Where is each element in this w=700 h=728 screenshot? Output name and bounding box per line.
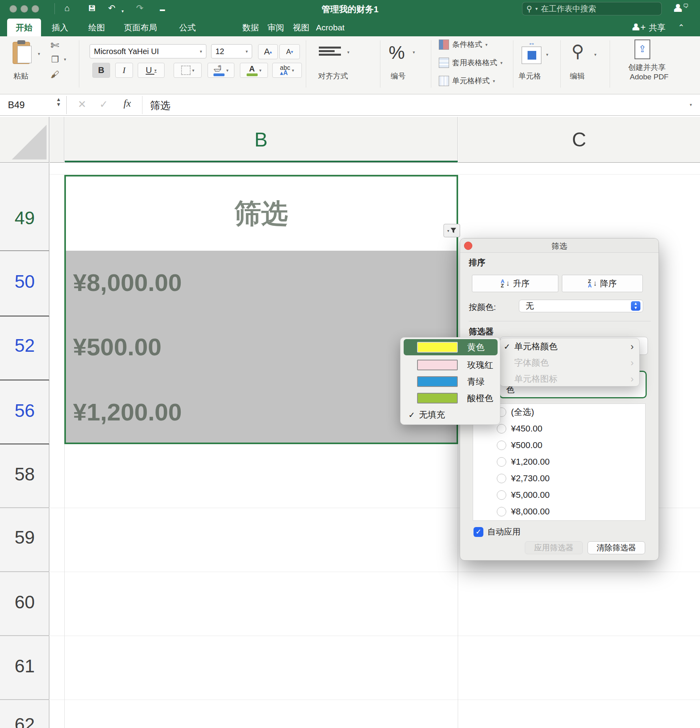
row-header-58[interactable]: 58 <box>0 463 49 485</box>
edit-dropdown-icon[interactable]: ▾ <box>594 52 597 57</box>
grow-font-button[interactable]: A▴ <box>258 44 278 59</box>
submenu-item-cell-icon[interactable]: 单元格图标 › <box>500 371 639 387</box>
tab-formulas[interactable]: 公式 <box>175 19 200 36</box>
row-header-49[interactable]: 49 <box>0 207 49 229</box>
create-pdf-icon[interactable]: ⇪ <box>634 39 650 59</box>
format-painter-icon[interactable]: 🖌︎ <box>51 69 59 80</box>
clear-filter-button[interactable]: 清除筛选器 <box>588 541 645 554</box>
checkbox-500[interactable] <box>497 441 506 450</box>
conditional-formatting-button[interactable]: 条件格式▾ <box>439 39 488 50</box>
row-header-59[interactable]: 59 <box>0 527 49 548</box>
borders-button[interactable]: ▾ <box>174 63 202 78</box>
collapse-ribbon-icon[interactable]: ⌃ <box>678 23 685 32</box>
copy-dropdown-icon[interactable]: ▾ <box>64 57 66 62</box>
account-icon[interactable]: 👤︎🗨︎ <box>673 2 689 15</box>
alignment-dropdown-icon[interactable]: ▾ <box>347 50 350 55</box>
alignment-label[interactable]: 对齐方式 <box>318 71 348 81</box>
cell-b56[interactable]: ¥1,200.00 <box>73 398 182 426</box>
bold-button[interactable]: B <box>92 63 110 78</box>
column-header-a[interactable] <box>50 117 64 163</box>
checkbox-8000[interactable] <box>497 507 506 516</box>
submenu-item-font-color[interactable]: 字体颜色 › <box>500 355 639 371</box>
italic-button[interactable]: I <box>115 63 133 78</box>
formula-bar-expand-icon[interactable]: ▾ <box>690 102 692 107</box>
font-size-select[interactable]: 12▾ <box>211 44 252 58</box>
strikethrough-format-button[interactable]: abc▴︎A ▾ <box>272 63 302 78</box>
name-box[interactable]: B49 <box>8 99 25 111</box>
checkbox-450[interactable] <box>497 424 506 433</box>
tab-data[interactable]: 数据 <box>238 19 263 36</box>
filter-value-row[interactable]: ¥2,730.00 <box>473 470 645 487</box>
font-color-button[interactable]: A ▾ <box>240 63 268 78</box>
checkbox-1200[interactable] <box>497 457 506 467</box>
tab-home[interactable]: 开始 <box>7 19 41 36</box>
cell-b49[interactable]: 筛选 <box>66 176 457 251</box>
row-header-60[interactable]: 60 <box>0 591 49 613</box>
filter-value-row[interactable]: ¥1,200.00 <box>473 454 645 470</box>
edit-label[interactable]: 编辑 <box>570 71 585 81</box>
checkbox-5000[interactable] <box>497 490 506 500</box>
row-header-52[interactable]: 52 <box>0 335 49 356</box>
cells-label[interactable]: 单元格 <box>518 71 541 81</box>
row-header-50[interactable]: 50 <box>0 271 49 292</box>
shrink-font-button[interactable]: A▾ <box>279 44 300 59</box>
copy-icon[interactable]: ❐ <box>51 54 59 65</box>
paste-label[interactable]: 粘贴 <box>13 71 28 81</box>
create-pdf-label-2[interactable]: Adobe PDF <box>630 73 668 81</box>
color-option-no-fill[interactable]: ✓ 无填充 <box>404 407 498 423</box>
underline-button[interactable]: U ▾ <box>138 63 165 78</box>
cancel-entry-icon[interactable]: ✕ <box>78 98 86 111</box>
filter-dialog-titlebar[interactable]: 筛选 <box>460 238 659 253</box>
apply-filter-button[interactable]: 应用筛选器 <box>525 541 583 554</box>
name-box-stepper[interactable]: ▲▼ <box>56 97 61 107</box>
cell-styles-button[interactable]: 单元格样式▾ <box>439 76 495 86</box>
search-input[interactable]: ⚲▾ 在工作表中搜索 <box>522 2 662 15</box>
paste-icon[interactable] <box>12 40 34 66</box>
auto-apply-row[interactable]: ✓ 自动应用 <box>474 526 520 537</box>
cells-dropdown-icon[interactable]: ▾ <box>546 52 548 57</box>
sort-ascending-button[interactable]: AZ ↓ 升序 <box>472 275 558 292</box>
row-header-56[interactable]: 56 <box>0 400 49 421</box>
submenu-item-cell-color[interactable]: ✓ 单元格颜色 › <box>500 338 639 355</box>
checkbox-auto-apply[interactable]: ✓ <box>474 527 483 537</box>
column-header-b[interactable]: B <box>65 117 458 163</box>
font-name-select[interactable]: Microsoft YaHei UI▾ <box>90 44 206 58</box>
filter-value-row[interactable]: ¥5,000.00 <box>473 487 645 503</box>
color-option-yellow[interactable]: 黄色 <box>404 339 498 355</box>
percent-icon[interactable]: % <box>389 42 405 63</box>
autofilter-button[interactable]: ▾ <box>444 224 460 237</box>
color-option-cyan[interactable]: 青绿 <box>404 373 498 390</box>
by-color-select[interactable]: 无 ▲▼ <box>519 300 643 312</box>
checkbox-2730[interactable] <box>497 474 506 483</box>
alignment-icon[interactable] <box>319 45 343 57</box>
tab-view[interactable]: 视图 <box>289 19 313 36</box>
edit-search-icon[interactable]: ⚲ <box>571 41 584 61</box>
filter-value-row[interactable]: ¥8,000.00 <box>473 503 645 520</box>
row-header-61[interactable]: 61 <box>0 655 49 677</box>
select-all-corner[interactable] <box>0 117 49 163</box>
cut-icon[interactable]: ✄ <box>51 39 59 52</box>
share-button[interactable]: 👤︎+ 共享 <box>631 19 665 36</box>
selected-range[interactable]: 筛选 ¥8,000.00 ¥500.00 ¥1,200.00 <box>64 175 458 444</box>
tab-acrobat[interactable]: Acrobat <box>314 19 346 36</box>
number-dropdown-icon[interactable]: ▾ <box>413 50 415 55</box>
insert-function-icon[interactable]: fx <box>124 98 131 109</box>
sort-descending-button[interactable]: ZA ↓ 降序 <box>562 275 643 292</box>
cell-b52[interactable]: ¥500.00 <box>73 333 161 361</box>
formula-input[interactable]: 筛选 <box>150 99 170 113</box>
filter-value-row[interactable]: ¥500.00 <box>473 437 645 454</box>
tab-insert[interactable]: 插入 <box>48 19 72 36</box>
color-option-lime[interactable]: 酸橙色 <box>404 390 498 406</box>
create-pdf-label-1[interactable]: 创建并共享 <box>628 62 666 73</box>
color-option-rose[interactable]: 玫瑰红 <box>404 357 498 373</box>
row-header-62[interactable]: 62 <box>0 714 49 728</box>
tab-draw[interactable]: 绘图 <box>84 19 109 36</box>
tab-review[interactable]: 审阅 <box>264 19 288 36</box>
cell-b50[interactable]: ¥8,000.00 <box>73 268 182 296</box>
tab-page-layout[interactable]: 页面布局 <box>120 19 161 36</box>
paste-dropdown-icon[interactable]: ▾ <box>38 51 40 56</box>
cells-icon[interactable]: ↔ <box>522 41 541 64</box>
fill-color-button[interactable]: 🛁︎ ▾ <box>208 63 234 78</box>
confirm-entry-icon[interactable]: ✓ <box>99 98 108 111</box>
format-as-table-button[interactable]: 套用表格格式▾ <box>439 58 503 68</box>
